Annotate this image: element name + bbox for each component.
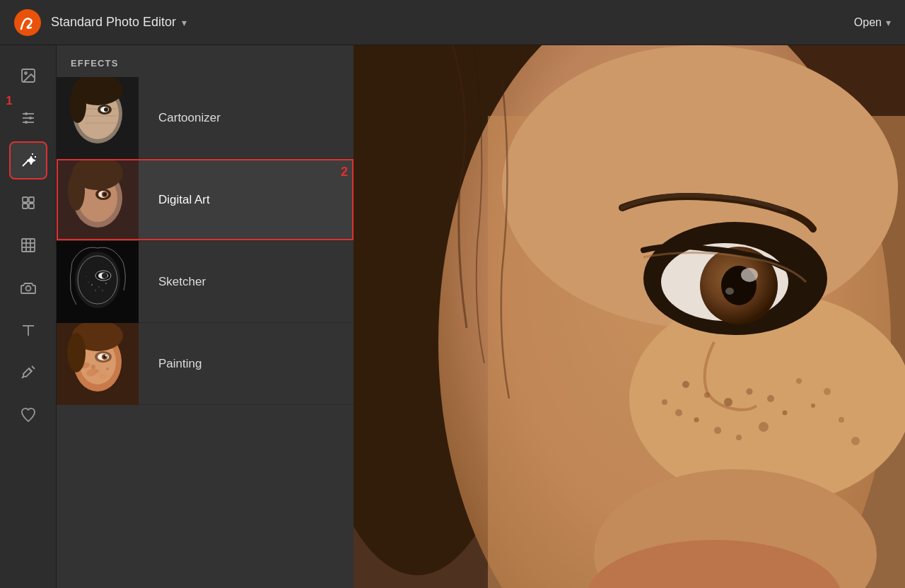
app-title-wrapper[interactable]: Standard Photo Editor ▾ <box>51 15 187 30</box>
svg-rect-109 <box>354 45 905 588</box>
sidebar-item-favorites[interactable] <box>9 396 47 434</box>
svg-point-54 <box>88 281 88 282</box>
svg-rect-14 <box>23 204 28 208</box>
svg-point-55 <box>98 286 99 287</box>
svg-point-47 <box>75 252 120 308</box>
sidebar-item-adjustments[interactable]: 1 <box>9 99 47 137</box>
app-title: Standard Photo Editor <box>51 15 176 30</box>
sidebar-item-camera[interactable] <box>9 269 47 307</box>
effect-thumbnail-sketcher <box>57 241 139 323</box>
text-icon <box>20 322 37 339</box>
svg-point-75 <box>106 368 109 370</box>
camera-icon <box>20 279 37 296</box>
main-area: 1 <box>0 45 905 588</box>
svg-point-52 <box>91 284 93 286</box>
sidebar-item-grid[interactable] <box>9 226 47 264</box>
svg-rect-12 <box>23 197 28 202</box>
svg-rect-45 <box>57 159 139 241</box>
svg-point-72 <box>67 333 86 372</box>
effect-thumbnail-painting <box>57 323 139 405</box>
svg-point-53 <box>95 290 96 291</box>
open-chevron-icon: ▾ <box>886 17 891 28</box>
sidebar-item-text[interactable] <box>9 311 47 349</box>
svg-point-8 <box>25 121 28 124</box>
sidebar-item-image[interactable] <box>9 57 47 95</box>
brush-icon <box>20 364 37 381</box>
image-icon <box>20 67 37 84</box>
icon-sidebar: 1 <box>0 45 57 588</box>
layers-icon <box>20 194 37 211</box>
svg-point-51 <box>102 273 107 278</box>
effect-item-sketcher[interactable]: Sketcher <box>57 241 354 323</box>
svg-point-32 <box>69 88 86 123</box>
svg-point-59 <box>102 290 103 290</box>
effect-item-painting[interactable]: Painting <box>57 323 354 405</box>
open-button[interactable]: Open ▾ <box>854 16 891 29</box>
svg-point-74 <box>96 369 100 372</box>
svg-point-67 <box>105 354 107 356</box>
svg-rect-16 <box>22 239 35 252</box>
svg-point-73 <box>91 365 95 369</box>
effect-thumbnail-cartoonizer <box>57 77 139 159</box>
svg-point-57 <box>86 276 87 276</box>
effect-label-painting: Painting <box>139 357 202 371</box>
magic-wand-icon <box>20 152 37 169</box>
svg-point-30 <box>104 107 108 112</box>
photo-canvas <box>354 45 905 588</box>
effects-header: EFFECTS <box>57 45 354 77</box>
effect-item-cartoonizer[interactable]: Cartoonizer <box>57 77 354 159</box>
svg-point-7 <box>29 117 32 119</box>
sidebar-item-brush[interactable] <box>9 353 47 392</box>
svg-point-21 <box>25 286 30 291</box>
grid-icon <box>20 237 37 254</box>
top-bar: Standard Photo Editor ▾ Open ▾ <box>0 0 905 45</box>
annotation-2: 2 <box>341 165 348 180</box>
open-label: Open <box>854 16 882 29</box>
app-logo <box>14 9 41 36</box>
title-chevron-icon: ▾ <box>182 17 187 28</box>
heart-icon <box>20 406 37 423</box>
effect-label-cartoonizer: Cartoonizer <box>139 111 221 125</box>
effect-item-digital-art[interactable]: Digital Art 2 <box>57 159 354 241</box>
effect-label-sketcher: Sketcher <box>139 275 206 289</box>
effects-list: Cartoonizer <box>57 77 354 405</box>
svg-rect-15 <box>29 204 34 208</box>
sidebar-item-effects[interactable] <box>9 141 47 180</box>
svg-rect-13 <box>29 197 34 202</box>
effect-label-digital-art: Digital Art <box>139 193 210 207</box>
canvas-area <box>354 45 905 588</box>
annotation-1: 1 <box>6 95 13 107</box>
svg-point-56 <box>105 283 107 284</box>
svg-point-2 <box>25 72 27 74</box>
svg-point-58 <box>110 279 110 280</box>
sidebar-item-layers[interactable] <box>9 184 47 222</box>
svg-point-6 <box>25 112 28 115</box>
adjustments-icon <box>20 110 37 127</box>
effect-thumbnail-digital-art <box>57 159 139 241</box>
topbar-right: Open ▾ <box>854 16 891 29</box>
topbar-left: Standard Photo Editor ▾ <box>14 9 187 36</box>
effects-panel: EFFECTS <box>57 45 354 588</box>
svg-point-0 <box>14 9 41 36</box>
